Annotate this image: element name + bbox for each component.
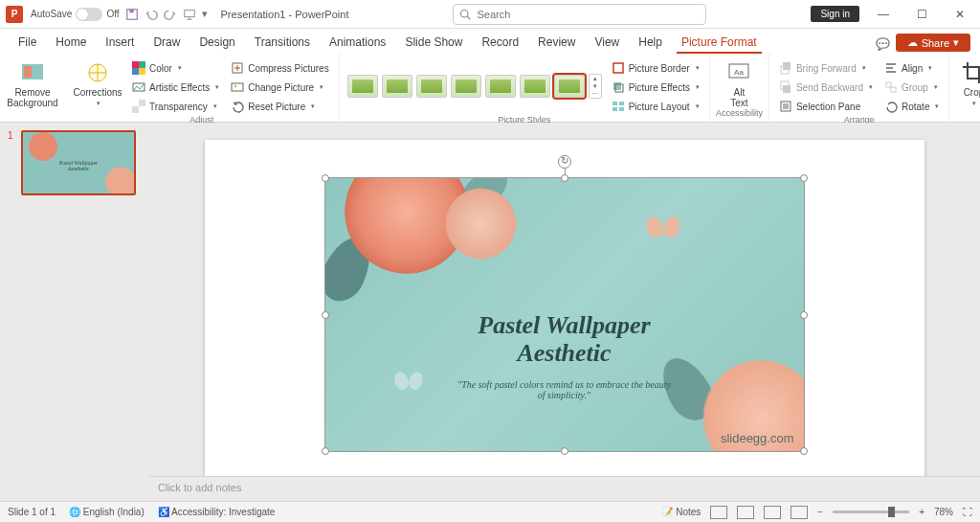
crop-icon (961, 60, 980, 85)
svg-rect-34 (891, 87, 896, 92)
tab-insert[interactable]: Insert (97, 31, 143, 54)
slide-thumbnail[interactable]: Pastel Wallpaper Aesthetic (21, 130, 136, 195)
style-thumb[interactable] (451, 75, 481, 98)
qat-more-icon[interactable]: ▾ (202, 8, 210, 21)
tab-draw[interactable]: Draw (145, 31, 189, 54)
search-input[interactable] (477, 9, 700, 20)
resize-handle[interactable] (322, 311, 329, 319)
group-button[interactable]: Group▾ (880, 79, 943, 96)
tab-file[interactable]: File (10, 31, 45, 54)
picture-styles-gallery[interactable]: ▴▾⋯ (345, 70, 604, 102)
tab-view[interactable]: View (586, 31, 628, 54)
normal-view-icon[interactable] (710, 506, 727, 519)
resize-handle[interactable] (561, 174, 568, 182)
toggle-icon (76, 8, 102, 21)
tab-slideshow[interactable]: Slide Show (396, 31, 471, 54)
language-status[interactable]: 🌐 English (India) (69, 507, 145, 517)
resize-handle[interactable] (561, 447, 568, 455)
tab-picture-format[interactable]: Picture Format (673, 31, 766, 54)
quick-access-toolbar: ▾ (125, 8, 210, 21)
reset-picture-button[interactable]: Reset Picture▾ (227, 98, 332, 115)
remove-background-button[interactable]: Remove Background (6, 57, 59, 108)
compress-icon (231, 61, 244, 75)
picture-selection[interactable]: Pastel Wallpaper Aesthetic "The soft pas… (325, 178, 804, 451)
tab-transitions[interactable]: Transitions (246, 31, 319, 54)
sorter-view-icon[interactable] (737, 506, 754, 519)
share-label: Share (922, 37, 949, 49)
notes-toggle[interactable]: 📝 Notes (661, 507, 701, 517)
zoom-level[interactable]: 78% (934, 507, 953, 517)
resize-handle[interactable] (322, 447, 329, 455)
compress-pictures-button[interactable]: Compress Pictures (227, 59, 332, 77)
save-icon[interactable] (125, 8, 139, 21)
resize-handle[interactable] (322, 174, 329, 182)
signin-button[interactable]: Sign in (811, 6, 859, 22)
align-button[interactable]: Align▾ (880, 59, 943, 77)
start-slideshow-icon[interactable] (183, 8, 196, 21)
artistic-effects-button[interactable]: Artistic Effects▾ (128, 79, 223, 96)
accessibility-status[interactable]: ♿ Accessibility: Investigate (158, 507, 276, 517)
bring-forward-button[interactable]: Bring Forward▾ (775, 59, 877, 77)
style-thumb[interactable] (347, 75, 378, 98)
reading-view-icon[interactable] (764, 506, 781, 519)
pastel-wallpaper-picture[interactable]: Pastel Wallpaper Aesthetic "The soft pas… (325, 178, 804, 451)
group-icon (884, 80, 898, 94)
resize-handle[interactable] (800, 311, 808, 319)
corrections-button[interactable]: Corrections▾ (71, 57, 124, 107)
ribbon-tabs: File Home Insert Draw Design Transitions… (0, 29, 980, 54)
notes-pane[interactable]: Click to add notes (148, 476, 980, 501)
transparency-button[interactable]: Transparency▾ (128, 98, 223, 115)
remove-background-label: Remove Background (7, 87, 57, 108)
change-picture-button[interactable]: Change Picture▾ (227, 79, 332, 96)
tab-design[interactable]: Design (190, 31, 243, 54)
close-icon[interactable]: ✕ (946, 5, 974, 24)
fit-to-window-icon[interactable]: ⛶ (963, 507, 972, 517)
undo-icon[interactable] (145, 8, 158, 21)
style-thumb[interactable] (382, 75, 412, 98)
maximize-icon[interactable]: ☐ (907, 5, 936, 24)
picture-effects-button[interactable]: Picture Effects▾ (608, 79, 703, 96)
slide-thumbnail-pane[interactable]: 1 Pastel Wallpaper Aesthetic (0, 123, 148, 501)
alt-text-icon: Aa (726, 60, 751, 85)
picture-subtitle: "The soft pastel colors remind us to emb… (325, 379, 804, 400)
resize-handle[interactable] (800, 174, 808, 182)
share-button[interactable]: ☁ Share ▾ (896, 34, 970, 52)
slide-canvas-area[interactable]: Pastel Wallpaper Aesthetic "The soft pas… (148, 123, 980, 476)
zoom-slider[interactable] (833, 511, 909, 513)
style-thumb[interactable] (520, 75, 550, 98)
zoom-out-icon[interactable]: − (817, 507, 823, 517)
style-thumb[interactable] (554, 75, 585, 98)
slide-counter[interactable]: Slide 1 of 1 (8, 507, 56, 517)
tab-home[interactable]: Home (47, 31, 95, 54)
tab-help[interactable]: Help (630, 31, 671, 54)
rotation-handle[interactable] (558, 155, 571, 169)
comments-icon[interactable]: 💬 (873, 34, 894, 54)
slideshow-view-icon[interactable] (791, 506, 808, 519)
corrections-label: Corrections (73, 87, 122, 98)
rotate-button[interactable]: Rotate▾ (880, 98, 943, 115)
redo-icon[interactable] (164, 8, 177, 21)
send-backward-button[interactable]: Send Backward▾ (775, 79, 877, 96)
alt-text-button[interactable]: Aa Alt Text (720, 57, 758, 108)
slide[interactable]: Pastel Wallpaper Aesthetic "The soft pas… (205, 140, 924, 476)
tab-animations[interactable]: Animations (321, 31, 394, 54)
autosave-state: Off (106, 9, 119, 19)
change-picture-icon (231, 80, 244, 94)
style-thumb[interactable] (416, 75, 447, 98)
svg-rect-22 (612, 102, 617, 105)
autosave-toggle[interactable]: AutoSave Off (31, 8, 120, 21)
color-icon (132, 61, 145, 75)
resize-handle[interactable] (800, 447, 808, 455)
tab-review[interactable]: Review (529, 31, 584, 54)
color-button[interactable]: Color▾ (128, 59, 223, 77)
tab-record[interactable]: Record (473, 31, 527, 54)
picture-border-button[interactable]: Picture Border▾ (608, 59, 703, 77)
search-box[interactable] (453, 4, 706, 25)
gallery-scroll[interactable]: ▴▾⋯ (589, 74, 602, 99)
selection-pane-button[interactable]: Selection Pane (775, 98, 877, 115)
zoom-in-icon[interactable]: + (919, 507, 924, 517)
crop-button[interactable]: Crop▾ (955, 57, 980, 107)
picture-layout-button[interactable]: Picture Layout▾ (608, 98, 703, 115)
style-thumb[interactable] (485, 75, 516, 98)
minimize-icon[interactable]: — (869, 5, 898, 24)
